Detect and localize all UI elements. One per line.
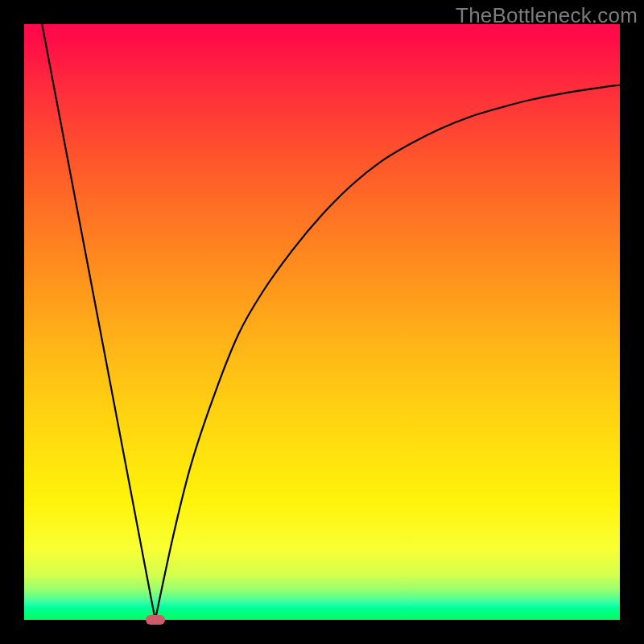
chart-plot-area xyxy=(24,24,620,620)
min-marker xyxy=(146,615,165,625)
chart-curve xyxy=(24,24,620,620)
watermark-text: TheBottleneck.com xyxy=(456,3,638,28)
curve-path xyxy=(42,24,620,620)
chart-frame: TheBottleneck.com xyxy=(0,0,644,644)
